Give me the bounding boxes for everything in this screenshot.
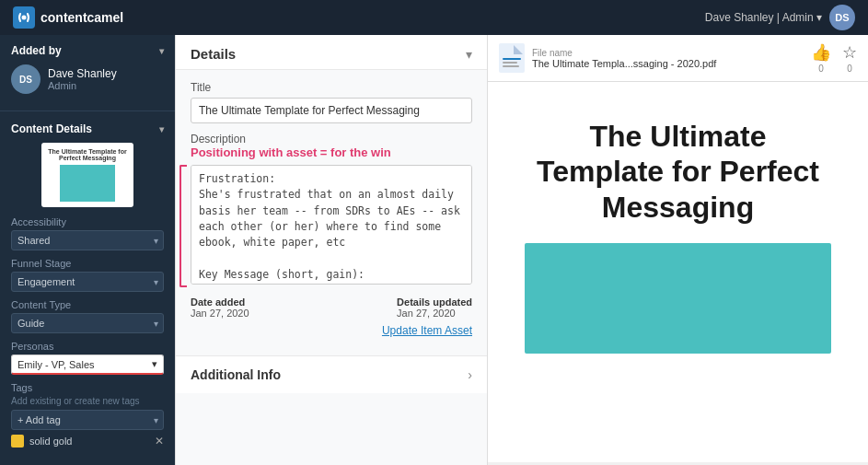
- file-label: File name: [532, 48, 716, 58]
- user-menu[interactable]: Dave Shanley | Admin ▾ DS: [705, 5, 855, 30]
- svg-rect-4: [503, 62, 517, 64]
- content-thumbnail: The Ultimate Template for Perfect Messag…: [41, 143, 133, 207]
- tag-color-dot: [11, 435, 24, 448]
- add-tag-wrapper[interactable]: + Add tag: [11, 410, 164, 430]
- persona-value: Emily - VP, Sales: [17, 359, 95, 370]
- divider: [0, 110, 175, 111]
- tag-item: solid gold ✕: [11, 435, 164, 448]
- sidebar-user-info: Dave Shanley Admin: [48, 67, 117, 91]
- added-by-header: Added by ▾: [11, 44, 164, 57]
- date-added-value: Jan 27, 2020: [191, 308, 249, 319]
- added-by-user: DS Dave Shanley Admin: [11, 64, 164, 94]
- content-type-select-wrapper[interactable]: Guide: [11, 313, 164, 333]
- update-asset-link[interactable]: Update Item Asset: [191, 324, 472, 337]
- annotation-text: Positioning with asset = for the win: [191, 145, 472, 159]
- details-chevron-icon: ▾: [466, 47, 472, 62]
- accessibility-select[interactable]: Shared: [11, 230, 164, 250]
- personas-label: Personas: [11, 341, 164, 352]
- logo: contentcamel: [13, 6, 123, 29]
- details-header: Details ▾: [176, 35, 487, 70]
- description-textarea[interactable]: Frustration: She's frustrated that on an…: [191, 165, 472, 285]
- content-details-header: Content Details ▾: [11, 122, 164, 135]
- header-user-name: Dave Shanley | Admin ▾: [705, 11, 822, 24]
- preview-actions: 👍 0 ☆ 0: [811, 42, 857, 74]
- chevron-down-icon: ▾: [159, 46, 164, 56]
- file-icon: [499, 43, 525, 73]
- funnel-stage-select[interactable]: Engagement: [11, 272, 164, 292]
- doc-teal-box: [525, 243, 831, 354]
- file-details: File name The Ultimate Templa...ssaging …: [532, 48, 716, 69]
- preview-content: The Ultimate Template for Perfect Messag…: [488, 82, 868, 462]
- content-details-chevron-icon: ▾: [159, 124, 164, 134]
- file-info: File name The Ultimate Templa...ssaging …: [499, 43, 716, 73]
- sidebar-user-role: Admin: [48, 80, 117, 91]
- add-tag-select[interactable]: + Add tag: [11, 410, 164, 430]
- content-details-section: Content Details ▾ The Ultimate Template …: [0, 117, 175, 453]
- user-avatar: DS: [829, 5, 855, 30]
- thumbs-up-icon: 👍: [811, 42, 831, 63]
- center-panel: Details ▾ Title Description Positioning …: [175, 35, 488, 465]
- added-by-label: Added by: [11, 44, 62, 57]
- description-label: Description: [191, 133, 472, 145]
- doc-preview: The Ultimate Template for Perfect Messag…: [506, 100, 850, 444]
- details-title: Details: [191, 46, 236, 62]
- details-body: Title Description Positioning with asset…: [176, 70, 487, 348]
- sidebar-user-name: Dave Shanley: [48, 67, 117, 80]
- tags-label: Tags: [11, 382, 164, 393]
- svg-rect-5: [503, 65, 519, 67]
- logo-icon: [13, 6, 35, 29]
- accessibility-select-wrapper[interactable]: Shared: [11, 230, 164, 250]
- content-type-label: Content Type: [11, 299, 164, 310]
- thumb-text: The Ultimate Template for Perfect Messag…: [46, 148, 129, 161]
- tags-sublabel: Add existing or create new tags: [11, 396, 164, 406]
- app-header: contentcamel Dave Shanley | Admin ▾ DS: [0, 0, 868, 35]
- additional-info-row[interactable]: Additional Info ›: [176, 355, 487, 393]
- funnel-stage-label: Funnel Stage: [11, 258, 164, 269]
- added-by-section: Added by ▾ DS Dave Shanley Admin: [0, 35, 175, 105]
- preview-header: File name The Ultimate Templa...ssaging …: [488, 35, 868, 82]
- tag-remove-button[interactable]: ✕: [155, 435, 164, 448]
- left-bracket-decoration: [179, 165, 187, 287]
- content-details-label: Content Details: [11, 122, 92, 135]
- title-label: Title: [191, 81, 472, 94]
- description-wrapper: Frustration: She's frustrated that on an…: [191, 165, 472, 287]
- additional-info-label: Additional Info: [191, 367, 281, 382]
- like-action[interactable]: 👍 0: [811, 42, 831, 74]
- file-name: The Ultimate Templa...ssaging - 2020.pdf: [532, 58, 716, 69]
- additional-info-chevron-icon: ›: [468, 367, 472, 382]
- star-count: 0: [847, 64, 852, 74]
- date-added-item: Date added Jan 27, 2020: [191, 296, 249, 319]
- details-updated-label: Details updated: [397, 296, 472, 308]
- persona-tag[interactable]: Emily - VP, Sales ▾: [11, 355, 164, 375]
- title-input[interactable]: [191, 98, 472, 123]
- main-layout: Added by ▾ DS Dave Shanley Admin Content…: [0, 35, 868, 465]
- persona-chevron-icon: ▾: [152, 358, 157, 370]
- funnel-stage-select-wrapper[interactable]: Engagement: [11, 272, 164, 292]
- sidebar: Added by ▾ DS Dave Shanley Admin Content…: [0, 35, 175, 465]
- svg-point-1: [22, 16, 27, 20]
- tag-name: solid gold: [29, 436, 149, 447]
- date-added-label: Date added: [191, 296, 249, 308]
- doc-title: The Ultimate Template for Perfect Messag…: [525, 119, 831, 225]
- star-action[interactable]: ☆ 0: [842, 42, 857, 74]
- details-updated-value: Jan 27, 2020: [397, 308, 472, 319]
- accessibility-label: Accessibility: [11, 216, 164, 227]
- content-type-select[interactable]: Guide: [11, 313, 164, 333]
- star-icon: ☆: [842, 42, 857, 63]
- sidebar-avatar: DS: [11, 64, 41, 94]
- thumb-teal-block: [60, 165, 115, 202]
- details-updated-item: Details updated Jan 27, 2020: [397, 296, 472, 319]
- dates-row: Date added Jan 27, 2020 Details updated …: [191, 296, 472, 319]
- svg-rect-3: [503, 58, 521, 60]
- preview-panel: File name The Ultimate Templa...ssaging …: [488, 35, 868, 465]
- logo-text: contentcamel: [41, 10, 123, 25]
- thumbnail-inner: The Ultimate Template for Perfect Messag…: [46, 147, 129, 203]
- like-count: 0: [818, 64, 824, 74]
